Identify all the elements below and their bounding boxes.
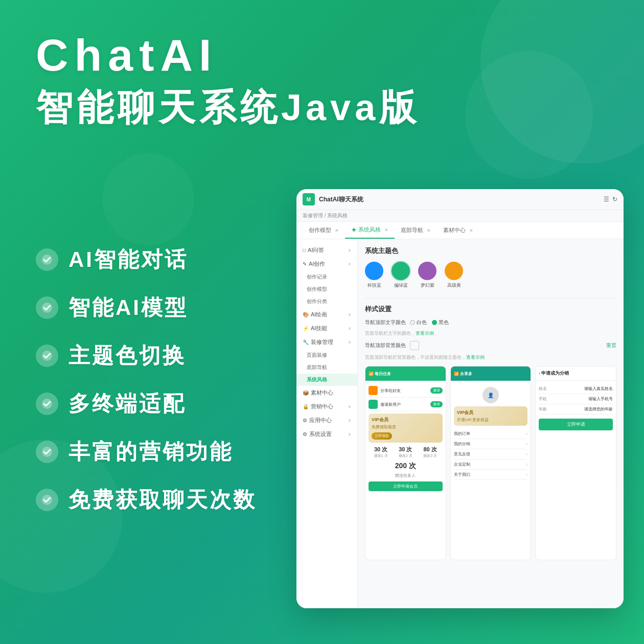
apply-btn[interactable]: 立即申请会员 xyxy=(369,481,443,491)
nav-bg-label: 导航顶部背景颜色 xyxy=(365,342,406,349)
theme-label-green: 偏绿蓝 xyxy=(394,282,408,289)
menu-item-distribution[interactable]: 我的分销 › xyxy=(454,439,528,449)
sidebar-item-ai-qa[interactable]: □AI问答 ∨ xyxy=(296,243,357,257)
stat-num-2: 30 次 xyxy=(399,446,412,453)
tab-create-model[interactable]: 创作模型 ✕ xyxy=(303,222,345,238)
tab-system-style[interactable]: ★ 系统风格 ✕ xyxy=(345,222,395,239)
app-name: ChatAI聊天系统 xyxy=(319,195,363,204)
form-value-name: 请输入真实姓名 xyxy=(584,386,613,392)
theme-item-fantasy-purple[interactable]: 梦幻紫 xyxy=(418,262,436,289)
arrow-icon: › xyxy=(526,441,527,447)
tab-close-icon[interactable]: ✕ xyxy=(335,228,339,233)
nav-text-options: 白色 黑色 xyxy=(410,319,449,326)
phone-preview-2: 📶 永享多 👤 VIP会员 开通VIP,更多权益 我的订单 › xyxy=(450,366,532,560)
settings-icon: ⚙ xyxy=(303,431,307,437)
chevron-icon: ∨ xyxy=(348,248,351,252)
feature-text: 多终端适配 xyxy=(68,389,186,418)
app-icon: ⚙ xyxy=(303,418,307,423)
tab-close-icon[interactable]: ✕ xyxy=(427,228,431,233)
chevron-up-icon: ∧ xyxy=(348,340,351,344)
sidebar-item-decoration[interactable]: 🔧装修管理 ∧ xyxy=(296,335,357,349)
phone-1-content: 分享给好友 邀请 邀请新用户 邀请 VIP会员 免费领取额度 立即领取 xyxy=(365,381,446,494)
theme-item-tech-blue[interactable]: 科技蓝 xyxy=(365,262,383,289)
sidebar-sub-creation-model[interactable]: 创作模型 xyxy=(296,283,357,295)
feature-text: 免费获取聊天次数 xyxy=(68,486,257,514)
sidebar-item-system-settings[interactable]: ⚙系统设置 ∨ xyxy=(296,427,357,441)
tab-close-icon[interactable]: ✕ xyxy=(469,228,473,233)
feature-text: AI智能对话 xyxy=(68,245,188,274)
sidebar-item-ai-paint[interactable]: 🎨AI绘画 ∨ xyxy=(296,308,357,321)
nav-bg-color-box[interactable] xyxy=(410,341,419,350)
share-icon xyxy=(369,386,378,395)
theme-label-purple: 梦幻紫 xyxy=(421,282,434,289)
tab-material-center[interactable]: 素材中心 ✕ xyxy=(437,222,479,238)
ui-card: M ChatAI聊天系统 ☰ ↻ 装修管理 / 系统风格 创作模型 ✕ ★ 系统… xyxy=(296,189,624,608)
radio-dot-black[interactable] xyxy=(432,320,437,325)
menu-item-order[interactable]: 我的订单 › xyxy=(454,429,528,439)
theme-item-gold[interactable]: 高级黄 xyxy=(445,262,463,289)
vip-section-2: VIP会员 开通VIP,更多权益 xyxy=(454,406,528,426)
radio-white[interactable]: 白色 xyxy=(410,319,427,326)
main-content: 系统主题色 科技蓝 偏绿蓝 梦幻紫 高级黄 xyxy=(358,239,624,608)
form-label-phone: 手机 xyxy=(539,396,547,402)
sidebar-item-material[interactable]: 📦素材中心 xyxy=(296,386,357,400)
refresh-icon[interactable]: ↻ xyxy=(612,196,617,203)
share-label: 分享给好友 xyxy=(380,388,401,394)
vip-btn[interactable]: 立即领取 xyxy=(372,432,392,440)
check-icon xyxy=(36,344,58,367)
list-item: 多终端适配 xyxy=(36,389,257,418)
tab-close-icon[interactable]: ✕ xyxy=(384,227,388,233)
theme-circle-green[interactable] xyxy=(392,262,410,280)
nav-text-color-row: 导航顶部文字颜色 白色 黑色 xyxy=(365,319,616,326)
menu-icon[interactable]: ☰ xyxy=(604,196,609,203)
phones-preview-row: 📶 每日任务 分享给好友 邀请 邀请新用户 邀请 xyxy=(365,366,616,560)
invite-icon xyxy=(369,400,378,409)
theme-circle-gold[interactable] xyxy=(445,262,463,280)
theme-circle-blue[interactable] xyxy=(365,262,383,280)
sidebar-item-app-center[interactable]: ⚙应用中心 ∨ xyxy=(296,413,357,427)
phone-preview-1: 📶 每日任务 分享给好友 邀请 邀请新用户 邀请 xyxy=(365,366,446,560)
sidebar-sub-creation-record[interactable]: 创作记录 xyxy=(296,271,357,283)
sub-title: 智能聊天系统Java版 xyxy=(36,85,420,129)
card-body: □AI问答 ∨ ✎AI创作 ∧ 创作记录 创作模型 创作分类 🎨AI绘画 ∨ ⚡… xyxy=(296,239,624,608)
sidebar-sub-creation-category[interactable]: 创作分类 xyxy=(296,295,357,308)
tabs-bar: 创作模型 ✕ ★ 系统风格 ✕ 底部导航 ✕ 素材中心 ✕ xyxy=(296,222,624,239)
sidebar-item-marketing[interactable]: 🔒营销中心 ∨ xyxy=(296,400,357,413)
list-item: 主题色切换 xyxy=(36,341,257,370)
theme-label-blue: 科技蓝 xyxy=(367,282,381,289)
form-label-age: 年龄 xyxy=(539,406,547,412)
sidebar-item-ai-creation[interactable]: ✎AI创作 ∧ xyxy=(296,257,357,271)
reset-button[interactable]: 重置 xyxy=(606,342,616,349)
menu-item-about[interactable]: 关于我们 › xyxy=(454,470,528,480)
material-icon: 📦 xyxy=(303,390,309,396)
example-link-2[interactable]: 查看示例 xyxy=(466,355,485,360)
stat-num-1: 30 次 xyxy=(374,446,388,453)
radio-dot-white[interactable] xyxy=(410,320,415,325)
theme-item-green-blue[interactable]: 偏绿蓝 xyxy=(392,262,410,289)
arrow-icon: › xyxy=(526,451,527,457)
form-row-phone: 手机 请输入手机号 xyxy=(539,394,613,404)
header-section: ChatAI 智能聊天系统Java版 xyxy=(36,31,420,129)
invite-badge2: 邀请 xyxy=(430,401,443,407)
qa-icon: □ xyxy=(303,247,306,253)
menu-item-enterprise[interactable]: 企业定制 › xyxy=(454,459,528,470)
creation-icon: ✎ xyxy=(303,261,307,267)
menu-item-feedback[interactable]: 意见反馈 › xyxy=(454,449,528,459)
arrow-icon: › xyxy=(526,472,527,477)
radio-black-label: 黑色 xyxy=(439,319,449,326)
theme-circle-purple[interactable] xyxy=(418,262,436,280)
sidebar-sub-page-decoration[interactable]: 页面装修 xyxy=(296,349,357,361)
phone-2-header-text: 永享多 xyxy=(460,371,472,377)
form-submit-btn[interactable]: 立即申请 xyxy=(539,419,613,430)
sidebar-item-ai-skill[interactable]: ⚡AI技能 ∨ xyxy=(296,321,357,335)
chevron-icon: ∨ xyxy=(348,404,351,409)
invite-label: 邀请新用户 xyxy=(380,402,401,407)
sidebar-sub-bottom-nav[interactable]: 底部导航 xyxy=(296,361,357,374)
sidebar-sub-system-style[interactable]: 系统风格 xyxy=(296,374,357,386)
example-link-1[interactable]: 查看示例 xyxy=(416,331,434,336)
phone-1-header-text: 每日任务 xyxy=(375,371,391,377)
vip-sub-2: 开通VIP,更多权益 xyxy=(457,417,525,423)
lock-icon: 🔒 xyxy=(303,404,309,409)
tab-bottom-nav[interactable]: 底部导航 ✕ xyxy=(395,222,437,238)
radio-black[interactable]: 黑色 xyxy=(432,319,449,326)
